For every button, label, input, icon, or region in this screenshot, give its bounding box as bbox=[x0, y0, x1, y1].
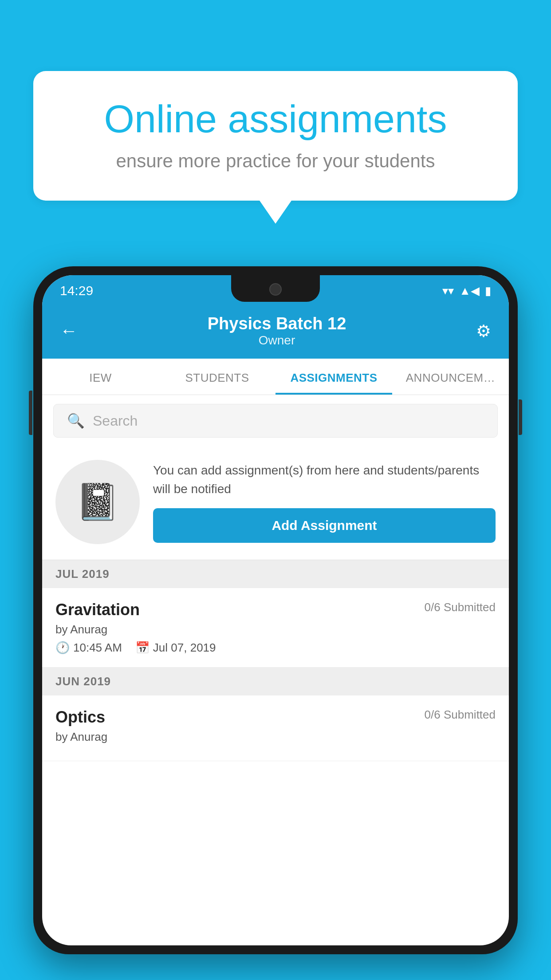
search-placeholder: Search bbox=[93, 413, 138, 429]
phone-camera bbox=[269, 283, 282, 296]
assignment-top-row: Gravitation 0/6 Submitted bbox=[55, 601, 496, 619]
section-header-jul: JUL 2019 bbox=[42, 560, 509, 588]
bubble-title: Online assignments bbox=[64, 98, 487, 141]
assignment-date-gravitation: Jul 07, 2019 bbox=[153, 641, 216, 655]
assignment-title-gravitation: Gravitation bbox=[55, 601, 140, 619]
settings-icon[interactable]: ⚙ bbox=[476, 321, 491, 341]
meta-time-gravitation: 🕐 10:45 AM bbox=[55, 641, 122, 655]
assignment-author-optics: by Anurag bbox=[55, 730, 496, 744]
notebook-icon: 📓 bbox=[75, 481, 120, 523]
promo-section: 📓 You can add assignment(s) from here an… bbox=[42, 447, 509, 560]
phone-screen: 14:29 ▾▾ ▲◀ ▮ ← Physics Batch 12 Owner ⚙… bbox=[42, 275, 509, 945]
search-container: 🔍 Search bbox=[42, 395, 509, 447]
assignment-submitted-gravitation: 0/6 Submitted bbox=[425, 601, 496, 614]
promo-text: You can add assignment(s) from here and … bbox=[153, 461, 496, 498]
back-button[interactable]: ← bbox=[60, 321, 78, 341]
app-header: ← Physics Batch 12 Owner ⚙ bbox=[42, 306, 509, 359]
speech-bubble: Online assignments ensure more practice … bbox=[33, 71, 518, 201]
tab-announcements[interactable]: ANNOUNCEM… bbox=[392, 359, 509, 395]
phone-wrapper: 14:29 ▾▾ ▲◀ ▮ ← Physics Batch 12 Owner ⚙… bbox=[33, 266, 518, 980]
calendar-icon: 📅 bbox=[135, 641, 150, 655]
side-btn-right bbox=[519, 399, 522, 435]
status-time: 14:29 bbox=[60, 283, 93, 298]
header-subtitle: Owner bbox=[78, 333, 476, 348]
battery-icon: ▮ bbox=[485, 284, 491, 298]
section-header-jun: JUN 2019 bbox=[42, 668, 509, 695]
tab-iew[interactable]: IEW bbox=[42, 359, 159, 395]
tabs-bar: IEW STUDENTS ASSIGNMENTS ANNOUNCEM… bbox=[42, 359, 509, 395]
wifi-icon: ▾▾ bbox=[442, 284, 454, 298]
phone-notch bbox=[231, 275, 320, 302]
search-icon: 🔍 bbox=[67, 412, 85, 429]
clock-icon: 🕐 bbox=[55, 641, 70, 655]
phone-outer: 14:29 ▾▾ ▲◀ ▮ ← Physics Batch 12 Owner ⚙… bbox=[33, 266, 518, 954]
search-bar[interactable]: 🔍 Search bbox=[53, 404, 498, 438]
promo-icon-circle: 📓 bbox=[55, 460, 140, 544]
bubble-subtitle: ensure more practice for your students bbox=[64, 150, 487, 172]
header-title: Physics Batch 12 bbox=[78, 314, 476, 333]
assignment-top-row-optics: Optics 0/6 Submitted bbox=[55, 708, 496, 727]
assignment-author-gravitation: by Anurag bbox=[55, 623, 496, 636]
promo-right: You can add assignment(s) from here and … bbox=[153, 461, 496, 543]
assignment-time-gravitation: 10:45 AM bbox=[73, 641, 122, 655]
assignment-item-optics[interactable]: Optics 0/6 Submitted by Anurag bbox=[42, 695, 509, 761]
assignment-title-optics: Optics bbox=[55, 708, 105, 727]
signal-icon: ▲◀ bbox=[459, 284, 480, 298]
add-assignment-button[interactable]: Add Assignment bbox=[153, 508, 496, 543]
tab-students[interactable]: STUDENTS bbox=[159, 359, 276, 395]
assignment-item-gravitation[interactable]: Gravitation 0/6 Submitted by Anurag 🕐 10… bbox=[42, 588, 509, 668]
side-btn-left bbox=[29, 391, 32, 435]
assignment-submitted-optics: 0/6 Submitted bbox=[425, 708, 496, 722]
assignment-meta-gravitation: 🕐 10:45 AM 📅 Jul 07, 2019 bbox=[55, 641, 496, 655]
status-icons: ▾▾ ▲◀ ▮ bbox=[442, 284, 491, 298]
header-title-block: Physics Batch 12 Owner bbox=[78, 314, 476, 348]
meta-date-gravitation: 📅 Jul 07, 2019 bbox=[135, 641, 216, 655]
tab-assignments[interactable]: ASSIGNMENTS bbox=[276, 359, 392, 395]
speech-bubble-container: Online assignments ensure more practice … bbox=[33, 71, 518, 201]
